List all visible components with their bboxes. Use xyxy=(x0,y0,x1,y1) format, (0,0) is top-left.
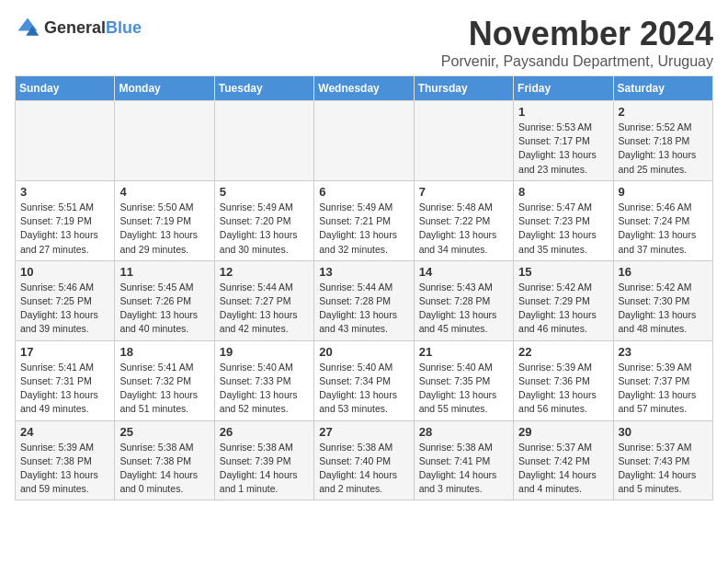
day-number: 22 xyxy=(518,345,608,359)
day-info: Sunrise: 5:41 AMSunset: 7:31 PMDaylight:… xyxy=(20,361,109,417)
day-info: Sunrise: 5:43 AMSunset: 7:28 PMDaylight:… xyxy=(419,281,508,337)
weekday-header-monday: Monday xyxy=(115,76,214,101)
day-info: Sunrise: 5:38 AMSunset: 7:39 PMDaylight:… xyxy=(220,441,309,497)
weekday-header-sunday: Sunday xyxy=(16,76,115,101)
calendar-cell: 28Sunrise: 5:38 AMSunset: 7:41 PMDayligh… xyxy=(414,420,513,500)
day-info: Sunrise: 5:39 AMSunset: 7:37 PMDaylight:… xyxy=(619,361,708,417)
day-number: 2 xyxy=(619,105,708,119)
calendar-cell: 23Sunrise: 5:39 AMSunset: 7:37 PMDayligh… xyxy=(613,340,712,420)
calendar-cell: 2Sunrise: 5:52 AMSunset: 7:18 PMDaylight… xyxy=(613,101,712,181)
day-info: Sunrise: 5:40 AMSunset: 7:33 PMDaylight:… xyxy=(220,361,309,417)
day-number: 9 xyxy=(619,185,708,199)
day-number: 28 xyxy=(419,425,508,439)
header: GeneralBlue November 2024 Porvenir, Pays… xyxy=(15,15,713,70)
calendar-cell: 19Sunrise: 5:40 AMSunset: 7:33 PMDayligh… xyxy=(214,340,313,420)
week-row-3: 10Sunrise: 5:46 AMSunset: 7:25 PMDayligh… xyxy=(16,260,713,340)
day-number: 13 xyxy=(319,265,408,279)
title-area: November 2024 Porvenir, Paysandu Departm… xyxy=(441,15,713,70)
day-number: 16 xyxy=(619,265,708,279)
day-info: Sunrise: 5:46 AMSunset: 7:25 PMDaylight:… xyxy=(20,281,109,337)
month-title: November 2024 xyxy=(441,15,713,53)
day-info: Sunrise: 5:50 AMSunset: 7:19 PMDaylight:… xyxy=(119,201,209,257)
week-row-2: 3Sunrise: 5:51 AMSunset: 7:19 PMDaylight… xyxy=(16,180,713,260)
day-number: 14 xyxy=(419,265,508,279)
calendar-cell xyxy=(314,101,414,181)
day-info: Sunrise: 5:53 AMSunset: 7:17 PMDaylight:… xyxy=(518,121,608,177)
day-number: 25 xyxy=(119,425,209,439)
week-row-1: 1Sunrise: 5:53 AMSunset: 7:17 PMDaylight… xyxy=(16,101,713,181)
day-number: 12 xyxy=(220,265,309,279)
logo: GeneralBlue xyxy=(15,15,142,40)
calendar-cell xyxy=(115,101,214,181)
logo-general: General xyxy=(44,18,106,37)
calendar-cell: 21Sunrise: 5:40 AMSunset: 7:35 PMDayligh… xyxy=(414,340,513,420)
calendar-cell xyxy=(16,101,115,181)
calendar: SundayMondayTuesdayWednesdayThursdayFrid… xyxy=(15,75,713,500)
logo-blue: Blue xyxy=(106,18,142,37)
day-number: 8 xyxy=(518,185,608,199)
calendar-cell: 22Sunrise: 5:39 AMSunset: 7:36 PMDayligh… xyxy=(514,340,613,420)
calendar-cell: 29Sunrise: 5:37 AMSunset: 7:42 PMDayligh… xyxy=(514,420,613,500)
day-number: 20 xyxy=(319,345,408,359)
day-number: 5 xyxy=(220,185,309,199)
calendar-cell: 18Sunrise: 5:41 AMSunset: 7:32 PMDayligh… xyxy=(115,340,214,420)
weekday-header-wednesday: Wednesday xyxy=(314,76,414,101)
day-number: 10 xyxy=(20,265,109,279)
day-number: 21 xyxy=(419,345,508,359)
day-number: 11 xyxy=(119,265,209,279)
week-row-5: 24Sunrise: 5:39 AMSunset: 7:38 PMDayligh… xyxy=(16,420,713,500)
weekday-header-saturday: Saturday xyxy=(613,76,712,101)
day-info: Sunrise: 5:46 AMSunset: 7:24 PMDaylight:… xyxy=(619,201,708,257)
day-info: Sunrise: 5:37 AMSunset: 7:42 PMDaylight:… xyxy=(518,441,608,497)
day-info: Sunrise: 5:40 AMSunset: 7:35 PMDaylight:… xyxy=(419,361,508,417)
day-info: Sunrise: 5:39 AMSunset: 7:36 PMDaylight:… xyxy=(518,361,608,417)
subtitle: Porvenir, Paysandu Department, Uruguay xyxy=(441,53,713,70)
day-number: 30 xyxy=(619,425,708,439)
calendar-cell: 30Sunrise: 5:37 AMSunset: 7:43 PMDayligh… xyxy=(613,420,712,500)
day-info: Sunrise: 5:42 AMSunset: 7:29 PMDaylight:… xyxy=(518,281,608,337)
calendar-cell: 4Sunrise: 5:50 AMSunset: 7:19 PMDaylight… xyxy=(115,180,214,260)
calendar-cell: 5Sunrise: 5:49 AMSunset: 7:20 PMDaylight… xyxy=(214,180,313,260)
calendar-cell: 13Sunrise: 5:44 AMSunset: 7:28 PMDayligh… xyxy=(314,260,414,340)
weekday-header-tuesday: Tuesday xyxy=(214,76,313,101)
day-number: 1 xyxy=(518,105,608,119)
day-number: 27 xyxy=(319,425,408,439)
day-info: Sunrise: 5:45 AMSunset: 7:26 PMDaylight:… xyxy=(119,281,209,337)
day-number: 7 xyxy=(419,185,508,199)
calendar-cell xyxy=(414,101,513,181)
weekday-header-friday: Friday xyxy=(514,76,613,101)
calendar-cell: 17Sunrise: 5:41 AMSunset: 7:31 PMDayligh… xyxy=(16,340,115,420)
day-info: Sunrise: 5:41 AMSunset: 7:32 PMDaylight:… xyxy=(119,361,209,417)
day-info: Sunrise: 5:44 AMSunset: 7:28 PMDaylight:… xyxy=(319,281,408,337)
calendar-cell xyxy=(214,101,313,181)
calendar-cell: 16Sunrise: 5:42 AMSunset: 7:30 PMDayligh… xyxy=(613,260,712,340)
calendar-cell: 1Sunrise: 5:53 AMSunset: 7:17 PMDaylight… xyxy=(514,101,613,181)
logo-icon xyxy=(15,15,40,40)
calendar-cell: 3Sunrise: 5:51 AMSunset: 7:19 PMDaylight… xyxy=(16,180,115,260)
day-info: Sunrise: 5:49 AMSunset: 7:21 PMDaylight:… xyxy=(319,201,408,257)
calendar-cell: 8Sunrise: 5:47 AMSunset: 7:23 PMDaylight… xyxy=(514,180,613,260)
day-info: Sunrise: 5:37 AMSunset: 7:43 PMDaylight:… xyxy=(619,441,708,497)
week-row-4: 17Sunrise: 5:41 AMSunset: 7:31 PMDayligh… xyxy=(16,340,713,420)
day-number: 24 xyxy=(20,425,109,439)
day-number: 19 xyxy=(220,345,309,359)
day-number: 18 xyxy=(119,345,209,359)
calendar-cell: 7Sunrise: 5:48 AMSunset: 7:22 PMDaylight… xyxy=(414,180,513,260)
calendar-cell: 25Sunrise: 5:38 AMSunset: 7:38 PMDayligh… xyxy=(115,420,214,500)
day-info: Sunrise: 5:52 AMSunset: 7:18 PMDaylight:… xyxy=(619,121,708,177)
day-info: Sunrise: 5:40 AMSunset: 7:34 PMDaylight:… xyxy=(319,361,408,417)
day-info: Sunrise: 5:49 AMSunset: 7:20 PMDaylight:… xyxy=(220,201,309,257)
day-info: Sunrise: 5:48 AMSunset: 7:22 PMDaylight:… xyxy=(419,201,508,257)
calendar-cell: 12Sunrise: 5:44 AMSunset: 7:27 PMDayligh… xyxy=(214,260,313,340)
calendar-cell: 9Sunrise: 5:46 AMSunset: 7:24 PMDaylight… xyxy=(613,180,712,260)
day-info: Sunrise: 5:42 AMSunset: 7:30 PMDaylight:… xyxy=(619,281,708,337)
day-info: Sunrise: 5:47 AMSunset: 7:23 PMDaylight:… xyxy=(518,201,608,257)
day-info: Sunrise: 5:44 AMSunset: 7:27 PMDaylight:… xyxy=(220,281,309,337)
weekday-header-row: SundayMondayTuesdayWednesdayThursdayFrid… xyxy=(16,76,713,101)
calendar-cell: 14Sunrise: 5:43 AMSunset: 7:28 PMDayligh… xyxy=(414,260,513,340)
day-number: 26 xyxy=(220,425,309,439)
calendar-cell: 27Sunrise: 5:38 AMSunset: 7:40 PMDayligh… xyxy=(314,420,414,500)
day-info: Sunrise: 5:38 AMSunset: 7:41 PMDaylight:… xyxy=(419,441,508,497)
day-number: 6 xyxy=(319,185,408,199)
calendar-cell: 6Sunrise: 5:49 AMSunset: 7:21 PMDaylight… xyxy=(314,180,414,260)
